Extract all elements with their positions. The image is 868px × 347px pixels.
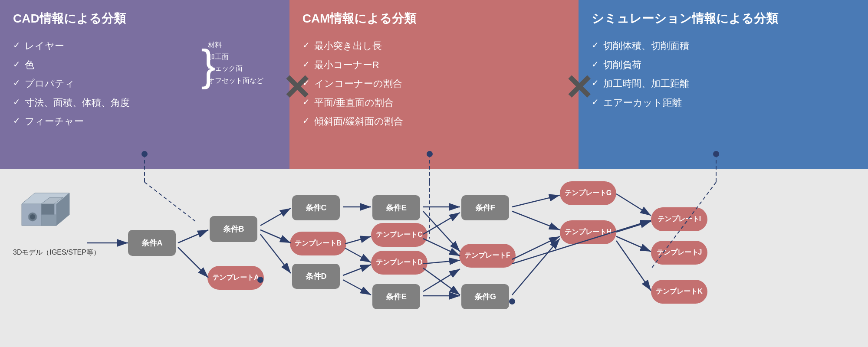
arrow-condB-to-templateB [260, 230, 291, 243]
cad-item-label-3: プロパティ [25, 75, 75, 92]
cad-box: CAD情報による分類 ✓ レイヤー ✓ 色 ✓ プロパティ ✓ 寸法、面積、体積… [0, 0, 289, 169]
node-templateI: テンプレートI [651, 207, 707, 231]
sim-check-1: ✓ [592, 37, 599, 53]
node-templateA: テンプレートA [207, 266, 264, 290]
cam-item-label-2: 最小コーナーR [314, 56, 379, 74]
cam-check-2: ✓ [302, 56, 310, 72]
sim-item-label-3: 加工時間、加工距離 [603, 75, 689, 92]
arrow-condE-to-templateF [423, 211, 460, 252]
arrow-condE2-to-templateF [423, 269, 460, 291]
sim-item-1: ✓ 切削体積、切削面積 [592, 37, 855, 55]
arrow-templateH-to-templateK [616, 241, 651, 291]
node-templateF: テンプレートF [459, 244, 516, 268]
arrow-templateF-to-templateH [512, 236, 560, 259]
3d-model-svg [13, 187, 82, 243]
arrow-templateD-to-condG [423, 268, 460, 295]
node-conditionC: 条件C [292, 195, 340, 220]
cam-item-label-1: 最小突き出し長 [314, 37, 382, 55]
cam-item-4: ✓ 平面/垂直面の割合 [302, 94, 566, 111]
sim-item-label-1: 切削体積、切削面積 [603, 37, 689, 55]
svg-marker-5 [41, 204, 54, 215]
node-templateD: テンプレートD [371, 251, 427, 275]
node-conditionG: 条件G [461, 284, 509, 309]
node-conditionE-bottom: 条件E [372, 284, 420, 309]
cad-item-label-5: フィーチャー [25, 113, 84, 130]
node-templateK: テンプレートK [651, 280, 707, 304]
sim-check-4: ✓ [592, 94, 599, 110]
arrow-templateC-to-templateF [423, 239, 460, 256]
node-conditionA: 条件A [128, 230, 176, 256]
node-conditionE-top: 条件E [372, 195, 420, 220]
sim-item-2: ✓ 切削負荷 [592, 56, 855, 74]
cad-sublabels: 材料 加工面 チェック面 オフセット面など [208, 39, 263, 86]
sim-content: ✓ 切削体積、切削面積 ✓ 切削負荷 ✓ 加工時間、加工距離 ✓ エアーカット距… [592, 37, 855, 111]
cam-item-label-3: インコーナーの割合 [314, 75, 402, 92]
condG-dot [509, 298, 515, 304]
cad-item-label-4: 寸法、面積、体積、角度 [25, 94, 130, 111]
sublabel-3: チェック面 [208, 62, 263, 74]
arrow-condA-to-templateA [178, 247, 208, 278]
arrow-templateB-to-templateC [345, 236, 371, 244]
arrow-condA-to-condB [178, 230, 208, 243]
cad-title: CAD情報による分類 [13, 10, 276, 27]
cam-check-4: ✓ [302, 94, 310, 110]
sim-item-label-4: エアーカット距離 [603, 94, 682, 111]
arrow-templateG-to-templateI [616, 194, 651, 216]
check-icon-5: ✓ [13, 113, 20, 128]
main-container: CAD情報による分類 ✓ レイヤー ✓ 色 ✓ プロパティ ✓ 寸法、面積、体積… [0, 0, 868, 347]
cad-item-5: ✓ フィーチャー [13, 113, 276, 130]
top-section: CAD情報による分類 ✓ レイヤー ✓ 色 ✓ プロパティ ✓ 寸法、面積、体積… [0, 0, 868, 169]
arrow-condD-to-condE2 [343, 280, 371, 295]
sim-check-3: ✓ [592, 75, 599, 91]
cad-item-4: ✓ 寸法、面積、体積、角度 [13, 94, 276, 111]
arrow-condB-to-condD [260, 234, 291, 273]
cam-item-3: ✓ インコーナーの割合 [302, 75, 566, 92]
sim-box: シミュレーション情報による分類 ✓ 切削体積、切削面積 ✓ 切削負荷 ✓ 加工時… [579, 0, 868, 169]
cad-item-label-1: レイヤー [25, 37, 64, 55]
check-icon-4: ✓ [13, 94, 20, 110]
cam-check-3: ✓ [302, 75, 310, 91]
arrow-condG-to-templateH [512, 239, 560, 295]
arrow-templateH-to-templateJ [616, 236, 651, 252]
check-icon-1: ✓ [13, 37, 20, 53]
node-templateH: テンプレートH [560, 220, 616, 244]
node-templateB: テンプレートB [290, 232, 346, 255]
svg-point-8 [30, 214, 35, 219]
cad-dashed-line-2 [145, 182, 195, 221]
sublabel-1: 材料 [208, 39, 263, 51]
cam-item-label-4: 平面/垂直面の割合 [314, 94, 394, 111]
cam-item-label-5: 傾斜面/緩斜面の割合 [314, 113, 403, 130]
sim-title: シミュレーション情報による分類 [592, 10, 855, 27]
arrow-templateC-to-condF [423, 213, 460, 234]
check-icon-3: ✓ [13, 75, 20, 91]
svg-marker-4 [41, 215, 56, 226]
cam-check-1: ✓ [302, 37, 310, 53]
sublabel-4: オフセット面など [208, 75, 263, 86]
node-conditionD: 条件D [292, 264, 340, 289]
sim-item-label-2: 切削負荷 [603, 56, 641, 74]
sublabel-2: 加工面 [208, 51, 263, 62]
arrow-condF-to-templateG [512, 195, 560, 207]
cam-box: CAM情報による分類 ✓ 最小突き出し長 ✓ 最小コーナーR ✓ インコーナーの… [289, 0, 579, 169]
arrow-templateB-to-templateD [345, 248, 371, 262]
cam-item-2: ✓ 最小コーナーR [302, 56, 566, 74]
node-templateG: テンプレートG [560, 181, 616, 205]
cam-check-5: ✓ [302, 113, 310, 128]
arrow-condF-to-templateH [512, 211, 560, 230]
arrow-templateD-to-templateF [423, 260, 460, 264]
model-label: 3Dモデル（IGES/STEP等） [13, 248, 100, 257]
cam-item-5: ✓ 傾斜面/緩斜面の割合 [302, 113, 566, 130]
cam-content: ✓ 最小突き出し長 ✓ 最小コーナーR ✓ インコーナーの割合 ✓ 平面/垂直面… [302, 37, 566, 130]
node-conditionF: 条件F [461, 195, 509, 220]
check-icon-2: ✓ [13, 56, 20, 72]
arrow-templateH-to-templateI [616, 221, 651, 232]
cam-item-1: ✓ 最小突き出し長 [302, 37, 566, 55]
node-templateC: テンプレートC [371, 223, 427, 247]
node-templateJ: テンプレートJ [651, 241, 707, 265]
cam-title: CAM情報による分類 [302, 10, 566, 27]
sim-item-4: ✓ エアーカット距離 [592, 94, 855, 111]
arrow-condD-to-templateD [343, 265, 371, 275]
sim-item-3: ✓ 加工時間、加工距離 [592, 75, 855, 92]
node-conditionB: 条件B [210, 216, 257, 242]
cad-item-label-2: 色 [25, 56, 34, 74]
